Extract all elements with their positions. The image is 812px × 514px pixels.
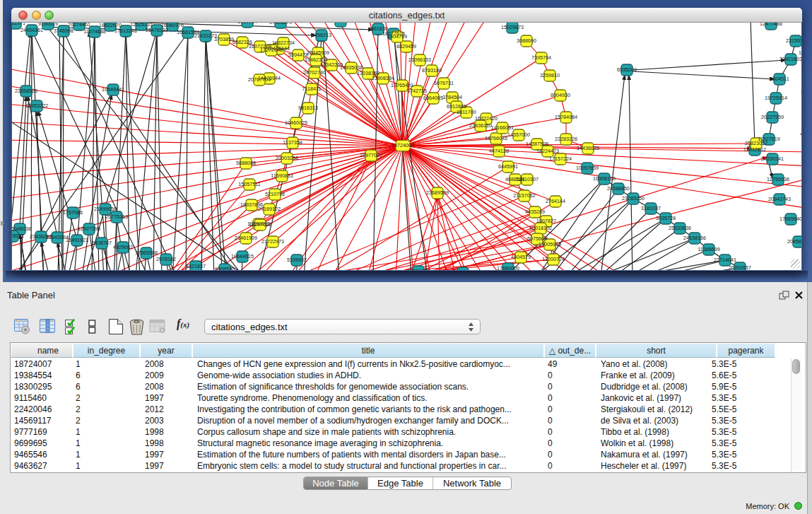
svg-text:21157062: 21157062: [513, 192, 535, 199]
svg-text:18724007: 18724007: [392, 142, 414, 148]
svg-text:17272648: 17272648: [260, 47, 283, 53]
svg-text:6638767: 6638767: [92, 240, 112, 246]
svg-text:20227559: 20227559: [761, 114, 784, 120]
svg-text:24538166: 24538166: [683, 235, 706, 241]
svg-text:23858526: 23858526: [15, 88, 37, 94]
svg-text:4474128: 4474128: [489, 148, 509, 154]
svg-text:3456213: 3456213: [312, 32, 331, 38]
svg-text:6535209: 6535209: [617, 66, 637, 73]
svg-text:20943743: 20943743: [768, 196, 791, 202]
svg-text:25533636: 25533636: [669, 225, 691, 231]
svg-text:8742735: 8742735: [407, 88, 427, 94]
svg-text:12927396: 12927396: [78, 226, 100, 232]
svg-text:10322734: 10322734: [272, 40, 295, 46]
svg-text:4435289: 4435289: [525, 209, 545, 215]
svg-text:4140560: 4140560: [800, 131, 801, 137]
svg-text:11690833: 11690833: [271, 173, 293, 179]
svg-text:23908384: 23908384: [372, 75, 394, 81]
svg-text:23836310: 23836310: [469, 122, 492, 129]
svg-text:2315577: 2315577: [786, 37, 801, 44]
svg-text:19725914: 19725914: [765, 95, 787, 101]
svg-text:3604511: 3604511: [770, 76, 789, 82]
svg-text:25046038: 25046038: [12, 226, 31, 232]
svg-text:1137358: 1137358: [283, 139, 302, 146]
svg-text:19766045: 19766045: [485, 135, 507, 141]
svg-text:20458054: 20458054: [787, 238, 801, 245]
svg-text:17565588: 17565588: [135, 250, 158, 256]
svg-text:8004930: 8004930: [551, 92, 570, 98]
svg-text:21722973: 21722973: [261, 238, 284, 245]
svg-text:22714041: 22714041: [714, 257, 736, 263]
svg-text:2764144: 2764144: [546, 198, 565, 204]
svg-text:10460025: 10460025: [285, 119, 307, 126]
svg-text:8829459: 8829459: [396, 43, 416, 49]
svg-text:24702740: 24702740: [303, 69, 326, 76]
svg-text:23689509: 23689509: [426, 189, 449, 196]
svg-text:8321837: 8321837: [186, 263, 206, 269]
svg-text:6076731: 6076731: [434, 80, 454, 86]
svg-text:5339937: 5339937: [287, 257, 307, 263]
svg-text:20392657: 20392657: [729, 264, 751, 271]
svg-text:12410307: 12410307: [516, 176, 539, 182]
svg-text:6099754: 6099754: [237, 23, 257, 25]
svg-text:15029873: 15029873: [501, 24, 524, 30]
svg-text:3035728: 3035728: [656, 215, 676, 221]
svg-text:16491923: 16491923: [66, 237, 88, 243]
svg-text:15784984: 15784984: [555, 114, 577, 120]
svg-text:14357000: 14357000: [507, 132, 530, 138]
svg-text:20018102: 20018102: [529, 225, 552, 231]
svg-text:23096153: 23096153: [408, 57, 431, 63]
svg-text:12750036: 12750036: [767, 176, 789, 182]
svg-text:16307710: 16307710: [799, 49, 801, 56]
svg-text:15953222: 15953222: [25, 103, 48, 109]
svg-text:24330241: 24330241: [761, 156, 784, 162]
svg-text:9190519: 9190519: [38, 23, 58, 27]
svg-text:24388850: 24388850: [607, 185, 630, 192]
svg-text:7118411: 7118411: [302, 86, 322, 92]
svg-text:12412612: 12412612: [743, 146, 766, 153]
svg-text:16908100: 16908100: [593, 175, 616, 182]
svg-text:5210796: 5210796: [265, 191, 285, 197]
svg-text:3088690: 3088690: [517, 37, 536, 44]
svg-text:3307301: 3307301: [801, 88, 801, 95]
svg-text:14351230: 14351230: [407, 268, 430, 271]
svg-text:16060376: 16060376: [161, 23, 184, 28]
svg-text:22283226: 22283226: [555, 136, 577, 142]
svg-text:1007827: 1007827: [536, 218, 556, 224]
svg-text:14166051: 14166051: [491, 124, 514, 131]
svg-text:4929082: 4929082: [113, 244, 133, 250]
svg-text:17157224: 17157224: [549, 156, 572, 162]
svg-text:19005935: 19005935: [539, 241, 561, 247]
svg-text:20274461: 20274461: [68, 23, 90, 28]
svg-text:3746598: 3746598: [54, 28, 73, 34]
svg-text:3181037: 3181037: [641, 205, 661, 211]
svg-text:5888088: 5888088: [236, 160, 256, 166]
svg-text:15149848: 15149848: [329, 23, 352, 24]
svg-text:17660000: 17660000: [497, 265, 519, 271]
svg-text:23421603: 23421603: [779, 56, 801, 62]
svg-text:25823057: 25823057: [745, 140, 767, 146]
svg-text:24454361: 24454361: [20, 27, 43, 33]
svg-text:11388699: 11388699: [698, 246, 719, 252]
svg-text:16322420: 16322420: [475, 115, 498, 122]
svg-text:2811700: 2811700: [457, 109, 476, 115]
svg-text:21499058: 21499058: [94, 206, 117, 212]
svg-text:22977027: 22977027: [360, 152, 382, 158]
svg-text:13945012: 13945012: [12, 233, 24, 239]
svg-text:9308575: 9308575: [215, 266, 235, 271]
svg-text:3259810: 3259810: [540, 72, 560, 78]
svg-text:14224473: 14224473: [536, 148, 559, 154]
svg-text:14387508: 14387508: [526, 141, 548, 147]
svg-text:9816313: 9816313: [298, 105, 318, 111]
svg-text:1404769: 1404769: [387, 33, 407, 40]
svg-text:4404579: 4404579: [511, 254, 531, 260]
svg-text:24169122: 24169122: [258, 206, 281, 212]
svg-text:1757086: 1757086: [63, 209, 83, 216]
svg-text:23285250: 23285250: [622, 195, 645, 201]
svg-text:17665640: 17665640: [779, 216, 801, 222]
svg-text:11074688: 11074688: [83, 28, 105, 35]
svg-text:2978182: 2978182: [156, 256, 176, 262]
svg-text:8783180: 8783180: [422, 67, 442, 74]
svg-text:17613348: 17613348: [114, 28, 137, 34]
svg-text:25775363: 25775363: [105, 214, 128, 220]
